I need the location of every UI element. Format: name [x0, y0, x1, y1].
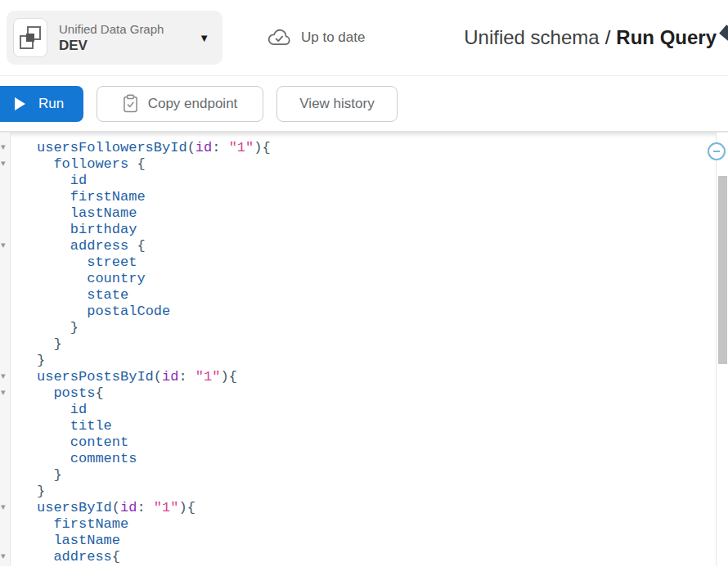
project-environment: DEV: [59, 38, 164, 54]
run-button-label: Run: [38, 96, 64, 112]
code-line[interactable]: posts{: [37, 385, 716, 402]
fold-toggle-icon[interactable]: ▾: [1, 502, 11, 512]
code-area[interactable]: usersFollowersById(id: "1"){ followers {…: [11, 140, 716, 565]
breadcrumb-section: Unified schema: [464, 26, 599, 49]
fold-toggle-icon[interactable]: ▾: [1, 551, 11, 561]
fold-toggle-icon[interactable]: ▾: [1, 142, 11, 152]
fold-toggle-icon[interactable]: ▾: [1, 159, 11, 169]
copy-endpoint-label: Copy endpoint: [148, 96, 238, 112]
code-line[interactable]: id: [37, 173, 716, 189]
code-line[interactable]: comments: [37, 451, 716, 467]
project-text: Unified Data Graph DEV: [59, 22, 164, 54]
code-line[interactable]: address {: [37, 238, 716, 254]
toolbar: Run Copy endpoint View history: [0, 76, 728, 132]
fold-toggle-icon[interactable]: ▾: [1, 241, 11, 250]
code-line[interactable]: }: [37, 320, 716, 336]
scrollbar-thumb[interactable]: [718, 176, 727, 364]
code-line[interactable]: firstName: [37, 516, 716, 533]
code-line[interactable]: }: [37, 353, 716, 369]
overlapping-squares-icon: [13, 18, 47, 57]
cloud-check-icon: [267, 28, 292, 47]
collapse-panel-button[interactable]: [708, 142, 726, 160]
code-line[interactable]: usersPostsById(id: "1"){: [37, 369, 716, 385]
code-line[interactable]: }: [37, 467, 716, 484]
code-line[interactable]: }: [37, 336, 716, 353]
clipboard-check-icon: [123, 94, 138, 113]
icon-square-fill: [26, 34, 34, 42]
fold-toggle-icon[interactable]: ▾: [1, 371, 11, 381]
collapse-icon: [713, 151, 720, 152]
code-line[interactable]: id: [37, 402, 716, 418]
code-line[interactable]: }: [37, 484, 716, 500]
breadcrumb-separator: /: [605, 26, 611, 49]
project-selector[interactable]: Unified Data Graph DEV ▼: [7, 11, 222, 65]
code-line[interactable]: followers {: [37, 156, 716, 173]
project-name: Unified Data Graph: [59, 22, 164, 36]
view-history-label: View history: [299, 96, 374, 112]
fold-toggle-icon[interactable]: ▾: [1, 388, 11, 398]
code-line[interactable]: lastName: [37, 205, 716, 222]
code-line[interactable]: title: [37, 418, 716, 434]
scrollbar[interactable]: [716, 133, 728, 566]
code-line[interactable]: country: [37, 271, 716, 287]
copy-endpoint-button[interactable]: Copy endpoint: [97, 86, 263, 122]
code-line[interactable]: postalCode: [37, 304, 716, 320]
code-line[interactable]: street: [37, 254, 716, 271]
play-icon: [15, 97, 25, 110]
query-editor[interactable]: ▾▾▾▾▾▾▾ usersFollowersById(id: "1"){ fol…: [0, 132, 728, 566]
run-button[interactable]: Run: [0, 86, 83, 122]
sync-status-label: Up to date: [301, 29, 365, 46]
code-line[interactable]: address{: [37, 549, 716, 565]
view-history-button[interactable]: View history: [276, 86, 398, 122]
breadcrumb: Unified schema / Run Query: [464, 26, 717, 49]
cutoff-element: [719, 25, 728, 41]
code-line[interactable]: content: [37, 434, 716, 451]
code-line[interactable]: firstName: [37, 189, 716, 205]
chevron-down-icon: ▼: [199, 32, 209, 44]
code-line[interactable]: lastName: [37, 533, 716, 549]
page-title: Run Query: [616, 26, 717, 49]
code-line[interactable]: usersFollowersById(id: "1"){: [37, 140, 716, 156]
sync-status: Up to date: [267, 28, 365, 47]
code-line[interactable]: birthday: [37, 222, 716, 238]
topbar: Unified Data Graph DEV ▼ Up to date Unif…: [0, 0, 728, 76]
app-window: Unified Data Graph DEV ▼ Up to date Unif…: [0, 0, 728, 567]
code-line[interactable]: usersById(id: "1"){: [37, 500, 716, 516]
code-line[interactable]: state: [37, 287, 716, 304]
fold-gutter: ▾▾▾▾▾▾▾: [0, 133, 11, 566]
